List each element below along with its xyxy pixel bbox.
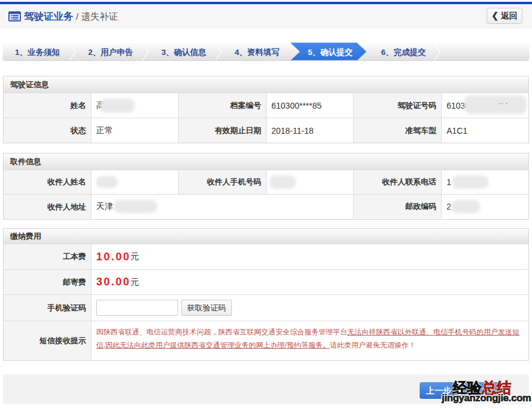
- svg-text:1、业务须知: 1、业务须知: [15, 48, 60, 57]
- svg-text:2、用户申告: 2、用户申告: [88, 47, 133, 57]
- svg-text:6、完成提交: 6、完成提交: [381, 48, 426, 57]
- svg-text:4、资料填写: 4、资料填写: [234, 48, 279, 57]
- svg-text:5、确认提交: 5、确认提交: [308, 48, 353, 57]
- svg-text:3、确认信息: 3、确认信息: [161, 48, 207, 57]
